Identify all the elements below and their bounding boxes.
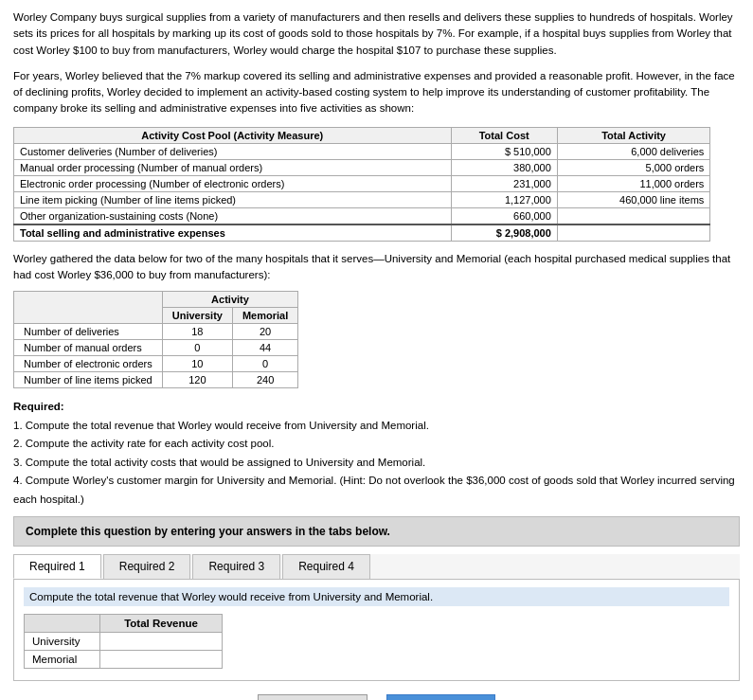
cost-table-cell: Electronic order processing (Number of e… xyxy=(14,175,452,191)
prev-button[interactable]: < Required 1 xyxy=(258,694,367,700)
cost-table-cell: 6,000 deliveries xyxy=(557,143,709,159)
revenue-input-university[interactable] xyxy=(104,635,218,648)
cost-table-cell: 380,000 xyxy=(451,159,557,175)
tab-required-1[interactable]: Required 1 xyxy=(13,554,101,579)
cost-table-cell: Total selling and administrative expense… xyxy=(14,224,452,242)
complete-box: Complete this question by entering your … xyxy=(13,516,740,547)
revenue-input-cell[interactable] xyxy=(100,651,223,669)
col-header-total-activity: Total Activity xyxy=(557,127,709,143)
empty-col-header xyxy=(25,615,100,633)
activity-table-cell: 44 xyxy=(232,340,297,356)
tab-required-3[interactable]: Required 3 xyxy=(192,554,280,579)
required-item: 1. Compute the total revenue that Worley… xyxy=(13,417,740,436)
cost-table-cell: $ 2,908,000 xyxy=(451,224,557,242)
cost-table-cell: Customer deliveries (Number of deliverie… xyxy=(14,143,452,159)
activity-table: Activity University Memorial Number of d… xyxy=(13,291,298,388)
tab-required-4[interactable]: Required 4 xyxy=(282,554,370,579)
cost-table-cell xyxy=(557,224,709,242)
cost-table-cell xyxy=(557,207,709,224)
tabs-bar: Required 1Required 2Required 3Required 4 xyxy=(13,554,740,580)
required-item: 4. Compute Worley's customer margin for … xyxy=(13,472,740,509)
activity-table-cell: 0 xyxy=(232,356,297,372)
intro-paragraph2: For years, Worley believed that the 7% m… xyxy=(13,68,740,117)
revenue-row-label: Memorial xyxy=(25,651,100,669)
tab-instruction: Compute the total revenue that Worley wo… xyxy=(24,587,729,606)
memorial-header: Memorial xyxy=(232,308,297,324)
next-button[interactable]: Required 2 > xyxy=(386,694,495,700)
col-header-total-cost: Total Cost xyxy=(451,127,557,143)
cost-table-cell: 5,000 orders xyxy=(557,159,709,175)
activity-intro: Worley gathered the data below for two o… xyxy=(13,251,740,284)
revenue-input-table: Total Revenue UniversityMemorial xyxy=(24,614,223,669)
required-item: 3. Compute the total activity costs that… xyxy=(13,454,740,473)
cost-table-cell: Manual order processing (Number of manua… xyxy=(14,159,452,175)
activity-col-header xyxy=(14,292,163,324)
cost-table-cell: Other organization-sustaining costs (Non… xyxy=(14,207,452,224)
activity-table-cell: Number of deliveries xyxy=(14,324,163,340)
activity-table-cell: 10 xyxy=(162,356,232,372)
activity-table-cell: 240 xyxy=(232,372,297,388)
tab-content: Compute the total revenue that Worley wo… xyxy=(13,580,740,681)
required-section: Required: 1. Compute the total revenue t… xyxy=(13,398,740,509)
cost-table-cell: 231,000 xyxy=(451,175,557,191)
revenue-row-label: University xyxy=(25,633,100,651)
activity-table-cell: 120 xyxy=(162,372,232,388)
cost-pool-table: Activity Cost Pool (Activity Measure) To… xyxy=(13,127,710,242)
activity-table-cell: 20 xyxy=(232,324,297,340)
cost-table-cell: 460,000 line items xyxy=(557,191,709,207)
activity-table-cell: Number of manual orders xyxy=(14,340,163,356)
total-revenue-header: Total Revenue xyxy=(100,615,223,633)
cost-table-cell: Line item picking (Number of line items … xyxy=(14,191,452,207)
activity-table-cell: Number of electronic orders xyxy=(14,356,163,372)
cost-table-cell: 11,000 orders xyxy=(557,175,709,191)
cost-table-cell: 660,000 xyxy=(451,207,557,224)
cost-table-cell: $ 510,000 xyxy=(451,143,557,159)
university-header: University xyxy=(162,308,232,324)
intro-paragraph1: Worley Company buys surgical supplies fr… xyxy=(13,9,740,59)
cost-table-cell: 1,127,000 xyxy=(451,191,557,207)
tab-required-2[interactable]: Required 2 xyxy=(103,554,191,579)
revenue-input-memorial[interactable] xyxy=(104,653,218,666)
required-item: 2. Compute the activity rate for each ac… xyxy=(13,435,740,454)
nav-buttons: < Required 1 Required 2 > xyxy=(13,694,740,700)
activity-span-header: Activity xyxy=(162,292,298,308)
activity-table-cell: Number of line items picked xyxy=(14,372,163,388)
activity-table-cell: 0 xyxy=(162,340,232,356)
revenue-input-cell[interactable] xyxy=(100,633,223,651)
col-header-activity: Activity Cost Pool (Activity Measure) xyxy=(14,127,452,143)
activity-table-cell: 18 xyxy=(162,324,232,340)
